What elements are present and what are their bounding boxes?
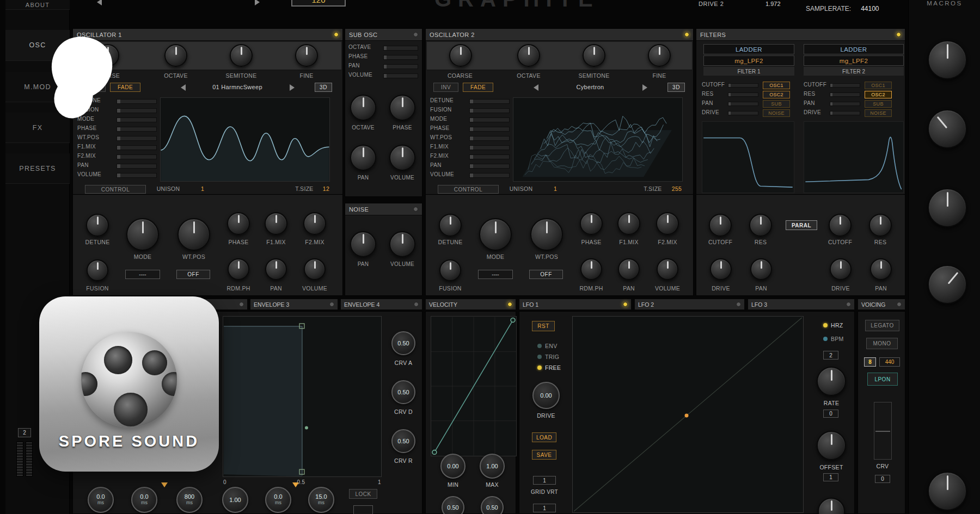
filter1-route-noise[interactable]: NOISE xyxy=(763,109,790,117)
osc1-tsize-value[interactable]: 12 xyxy=(318,185,334,192)
voicing-crv-valbox[interactable]: 0 xyxy=(875,475,890,483)
osc1-wtpos-knob[interactable] xyxy=(177,218,210,251)
lfo-hrz-led[interactable] xyxy=(823,323,828,327)
noise-volume-knob[interactable] xyxy=(389,231,415,257)
oscillator2-header[interactable]: OSCILLATOR 2 xyxy=(426,29,693,41)
filter1-model-select[interactable]: mg_LPF2 xyxy=(703,55,794,66)
mono-button[interactable]: MONO xyxy=(866,338,898,349)
filter2-cutoff-knob[interactable] xyxy=(829,214,852,237)
osc1-semitone-knob[interactable] xyxy=(230,44,253,67)
subosc-octave-knob[interactable] xyxy=(350,95,376,121)
subosc-param-meter[interactable] xyxy=(383,64,418,69)
env-time-knob-release-a[interactable]: 0.0 ms xyxy=(265,487,291,513)
filter2-route-osc1[interactable]: OSC1 xyxy=(865,82,892,89)
macro-knob-5[interactable] xyxy=(928,472,967,511)
osc1-param-meter[interactable] xyxy=(117,108,157,113)
subosc-header[interactable]: SUB OSC xyxy=(345,29,422,41)
lfo-free-led[interactable] xyxy=(537,366,542,370)
env-time-knob-decay[interactable]: 800 ms xyxy=(176,487,203,513)
osc1-unison-value[interactable]: 1 xyxy=(197,185,208,192)
osc2-fine-knob[interactable] xyxy=(648,44,671,67)
osc2-param-meter[interactable] xyxy=(469,99,510,104)
osc2-phase-knob[interactable] xyxy=(580,212,603,235)
voicing-tune-valbox[interactable]: 440 xyxy=(879,357,900,367)
osc2-wtpos-knob[interactable] xyxy=(530,218,563,251)
lpon-button[interactable]: LPON xyxy=(867,373,898,386)
lfo-offset-valbox[interactable]: 1 xyxy=(823,473,838,481)
osc2-param-meter[interactable] xyxy=(469,145,510,150)
noise-pan-knob[interactable] xyxy=(350,231,376,257)
osc1-param-meter[interactable] xyxy=(117,136,157,141)
osc2-param-meter[interactable] xyxy=(469,127,510,132)
osc1-param-meter[interactable] xyxy=(117,145,157,150)
env-time-knob-attack[interactable]: 0.0 ms xyxy=(88,487,114,513)
osc1-rdmph-knob[interactable] xyxy=(228,258,249,280)
filter2-model-select[interactable]: mg_LPF2 xyxy=(804,55,904,66)
env-time-knob-release-b[interactable]: 15.0 ms xyxy=(308,487,334,513)
tab-voicing[interactable]: VOICING xyxy=(857,299,905,310)
osc1-fine-knob[interactable] xyxy=(295,44,318,67)
env-lock-button[interactable]: LOCK xyxy=(349,489,377,499)
osc1-fusion-knob[interactable] xyxy=(87,259,108,281)
left-meter-1[interactable] xyxy=(16,442,23,476)
filter2-param-meter[interactable] xyxy=(830,83,860,88)
filter1-pan-knob[interactable] xyxy=(750,258,772,280)
envelope-graph[interactable] xyxy=(223,316,382,477)
lfo-load-button[interactable]: LOAD xyxy=(532,432,556,442)
osc2-mode-knob[interactable] xyxy=(479,218,512,251)
osc2-off-button[interactable]: OFF xyxy=(529,270,563,279)
osc1-param-meter[interactable] xyxy=(117,117,157,122)
oscillator1-header[interactable]: OSCILLATOR 1 xyxy=(73,29,342,41)
lfo-grid-valbox-2[interactable]: 1 xyxy=(533,504,556,512)
lfo-grid-valbox[interactable]: 1 xyxy=(533,476,556,485)
osc2-wavetable-next-icon[interactable] xyxy=(642,84,647,91)
filter1-cutoff-knob[interactable] xyxy=(709,214,732,237)
lfo-extra-knob[interactable] xyxy=(818,498,845,514)
crv-a-knob[interactable]: 0.50 xyxy=(391,331,415,355)
osc2-fade-button[interactable]: FADE xyxy=(463,83,493,92)
left-meter-2[interactable] xyxy=(26,442,33,476)
env-extra-valbox[interactable] xyxy=(353,505,373,514)
noise-header[interactable]: NOISE xyxy=(345,203,422,215)
tab-lfo-2[interactable]: LFO 2 xyxy=(634,299,745,310)
filter2-param-meter[interactable] xyxy=(830,92,860,97)
subosc-param-meter[interactable] xyxy=(383,55,418,60)
osc2-wavetable-name[interactable]: Cybertron xyxy=(547,84,634,90)
lfo-bpm-led[interactable] xyxy=(823,337,828,341)
osc2-rdmph-knob[interactable] xyxy=(580,258,602,280)
osc1-detune-knob[interactable] xyxy=(86,214,109,237)
drive2-value[interactable]: 1.972 xyxy=(765,1,781,7)
macro-knob-2[interactable] xyxy=(928,109,967,148)
osc2-f2mix-knob[interactable] xyxy=(656,212,679,235)
filter2-response-display[interactable] xyxy=(804,121,904,193)
env-marker-1-icon[interactable] xyxy=(161,482,168,487)
macro-knob-3[interactable] xyxy=(928,188,967,227)
lfo-env-led[interactable] xyxy=(537,344,542,348)
voicing-count-valbox[interactable]: 8 xyxy=(864,357,876,367)
lfo-drive-knob[interactable]: 0.00 xyxy=(532,382,560,409)
osc1-fade-button[interactable]: FADE xyxy=(110,83,140,92)
filter1-param-meter[interactable] xyxy=(728,92,758,97)
filter1-param-meter[interactable] xyxy=(728,111,758,115)
osc1-wavetable-name[interactable]: 01 HarmncSweep xyxy=(194,84,281,90)
lfo-offset-knob[interactable] xyxy=(817,431,846,460)
filter1-route-osc1[interactable]: OSC1 xyxy=(763,82,790,89)
osc1-param-meter[interactable] xyxy=(117,154,157,159)
osc1-wavetable-prev-icon[interactable] xyxy=(181,84,186,91)
macro-knob-1[interactable] xyxy=(928,40,967,79)
osc2-param-meter[interactable] xyxy=(469,154,510,159)
sidebar-item-presets[interactable]: PRESETS xyxy=(5,153,70,184)
velocity-lo-knob[interactable]: 0.50 xyxy=(442,496,464,514)
filter1-route-osc2[interactable]: OSC2 xyxy=(763,91,790,98)
osc1-off-button[interactable]: OFF xyxy=(176,270,210,279)
osc2-detune-knob[interactable] xyxy=(439,214,462,237)
subosc-param-meter[interactable] xyxy=(383,46,418,51)
osc2-param-meter[interactable] xyxy=(469,164,510,169)
lfo-shape-graph[interactable] xyxy=(572,316,804,513)
lfo-steps-valbox[interactable]: 2 xyxy=(823,351,838,360)
osc2-param-meter[interactable] xyxy=(469,117,510,122)
osc2-control-button[interactable]: CONTROL xyxy=(438,185,499,194)
osc2-tsize-value[interactable]: 255 xyxy=(667,185,686,192)
parallel-button[interactable]: PARAL xyxy=(786,220,817,230)
osc1-wavetable-next-icon[interactable] xyxy=(290,84,295,91)
